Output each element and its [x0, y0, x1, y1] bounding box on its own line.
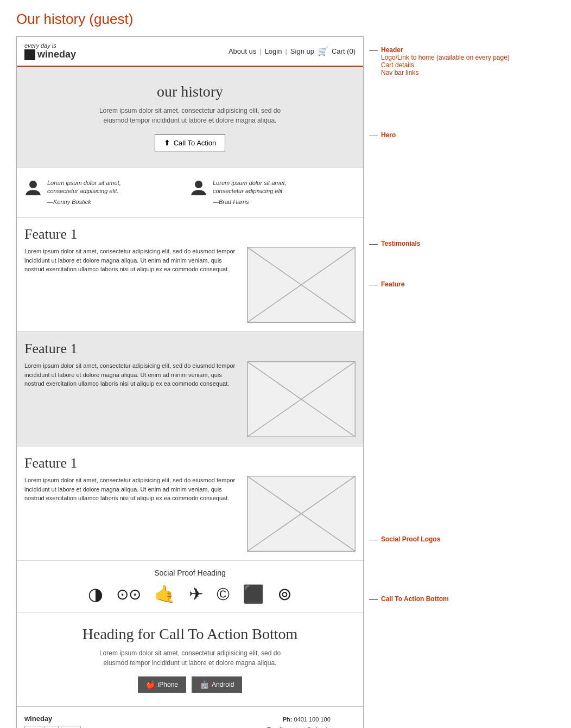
hero-cta-button[interactable]: Call To Action — [155, 134, 226, 151]
apple-icon: 🍎 — [146, 680, 155, 689]
ann-header-line3: Cart details — [381, 61, 510, 69]
nav-cart[interactable]: Cart (0) — [332, 47, 356, 55]
iphone-button[interactable]: 🍎 iPhone — [138, 676, 186, 693]
svg-point-1 — [195, 181, 202, 188]
cta-bottom-annotation: Call To Action Bottom — [369, 595, 449, 603]
hero-section: our history Lorem ipsum dolor sit amet, … — [17, 67, 363, 168]
feature-3-text: Lorem ipsum dolor sit amet, consectetur … — [24, 476, 238, 503]
ann-header-line4: Nav bar links — [381, 69, 510, 76]
main-layout: every day is wineday About us | Login | … — [16, 36, 555, 728]
ann-line — [369, 50, 378, 51]
feature-1-content: Lorem ipsum dolor sit amet, consectetur … — [24, 247, 356, 323]
ann-header-label: Header — [381, 46, 510, 54]
cta-bottom-heading: Heading for Call To Action Bottom — [28, 625, 352, 643]
phone-value: 0401 100 100 — [294, 716, 330, 723]
footer: wineday VISA MC AMEX Ph: 0401 100 100 Em… — [17, 706, 363, 728]
feature-1-heading: Feature 1 — [24, 226, 356, 242]
logo-3: 🤙 — [154, 584, 176, 604]
android-icon: 🤖 — [200, 680, 209, 689]
footer-email: Email: contact@wineday.com — [257, 725, 356, 728]
feature-3-content: Lorem ipsum dolor sit amet, consectetur … — [24, 476, 356, 552]
logo-2: ⊙⊙ — [116, 585, 141, 603]
footer-phone: Ph: 0401 100 100 — [257, 714, 356, 725]
nav-about[interactable]: About us — [229, 47, 256, 55]
mc-icon: MC — [45, 726, 59, 728]
annotations-panel: Header Logo/Link to home (available on e… — [369, 36, 555, 728]
feature-section-1: Feature 1 Lorem ipsum dolor sit amet, co… — [17, 218, 363, 332]
logo-5: © — [217, 584, 230, 604]
logo-icon — [24, 49, 35, 60]
iphone-label: iPhone — [158, 681, 178, 688]
logo-7: ⊚ — [277, 584, 292, 604]
feature-annotation: Feature — [369, 280, 404, 288]
ann-cta-bottom-label: Call To Action Bottom — [381, 595, 449, 603]
testimonial-item-2: Lorem ipsum dolor sit amet,consectetur a… — [190, 179, 356, 206]
logo-tagline: every day is — [24, 42, 76, 49]
header: every day is wineday About us | Login | … — [17, 37, 363, 67]
logos-row: ◑ ⊙⊙ 🤙 ✈ © ⬛ ⊚ — [24, 584, 356, 604]
testimonial-2-text: Lorem ipsum dolor sit amet,consectetur a… — [213, 180, 287, 194]
phone-label: Ph: — [283, 716, 293, 723]
testimonial-item: Lorem ipsum dolor sit amet,consectetur a… — [24, 179, 190, 206]
logo-6: ⬛ — [243, 584, 264, 604]
android-label: Android — [212, 681, 234, 688]
feature-section-2: Feature 1 Lorem ipsum dolor sit amet, co… — [17, 332, 363, 446]
visa-icon: VISA — [24, 726, 42, 728]
ann-testimonials-label: Testimonials — [381, 240, 420, 247]
social-proof-annotation: Social Proof Logos — [369, 535, 440, 543]
payment-icons: VISA MC AMEX — [24, 726, 81, 728]
testimonial-1-content: Lorem ipsum dolor sit amet,consectetur a… — [47, 179, 121, 206]
testimonials-section: Lorem ipsum dolor sit amet,consectetur a… — [17, 168, 363, 218]
hero-title: our history — [28, 83, 352, 100]
feature-1-text: Lorem ipsum dolor sit amet, consectetur … — [24, 247, 238, 274]
logo-4: ✈ — [189, 584, 204, 604]
feature-2-image — [247, 361, 356, 437]
feature-2-heading: Feature 1 — [24, 341, 356, 357]
cart-icon: 🛒 — [318, 46, 328, 56]
amex-icon: AMEX — [61, 726, 81, 728]
hero-annotation: Hero — [369, 131, 396, 139]
testimonial-1-text: Lorem ipsum dolor sit amet,consectetur a… — [47, 180, 121, 194]
footer-right: Ph: 0401 100 100 Email: contact@wineday.… — [257, 714, 356, 728]
ann-social-proof-label: Social Proof Logos — [381, 535, 440, 543]
ann-header-line2: Logo/Link to home (available on every pa… — [381, 54, 510, 61]
avatar-icon-2 — [190, 179, 207, 196]
nav-signup[interactable]: Sign up — [290, 47, 314, 55]
feature-1-image — [247, 247, 356, 323]
feature-2-text: Lorem ipsum dolor sit amet, consectetur … — [24, 361, 238, 388]
testimonials-annotation: Testimonials — [369, 240, 420, 247]
logo-brand[interactable]: wineday — [24, 49, 76, 60]
social-proof-heading: Social Proof Heading — [24, 569, 356, 577]
header-annotation: Header Logo/Link to home (available on e… — [369, 46, 510, 76]
nav-login[interactable]: Login — [265, 47, 282, 55]
feature-2-content: Lorem ipsum dolor sit amet, consectetur … — [24, 361, 356, 437]
ann-feature-label: Feature — [381, 280, 404, 288]
testimonial-2-content: Lorem ipsum dolor sit amet,consectetur a… — [213, 179, 287, 206]
nav-right: About us | Login | Sign up 🛒 Cart (0) — [229, 46, 356, 56]
testimonial-1-author: —Kenny Bostick — [47, 198, 121, 206]
ann-hero-label: Hero — [381, 131, 396, 139]
testimonial-2-author: —Brad Harris — [213, 198, 287, 206]
feature-section-3: Feature 1 Lorem ipsum dolor sit amet, co… — [17, 446, 363, 561]
feature-3-heading: Feature 1 — [24, 455, 356, 471]
svg-point-0 — [29, 181, 37, 188]
wireframe: every day is wineday About us | Login | … — [16, 36, 364, 728]
brand-name: wineday — [37, 49, 76, 60]
app-buttons: 🍎 iPhone 🤖 Android — [28, 676, 352, 693]
logo-area: every day is wineday — [24, 42, 76, 60]
cta-bottom-section: Heading for Call To Action Bottom Lorem … — [17, 612, 363, 706]
social-proof-section: Social Proof Heading ◑ ⊙⊙ 🤙 ✈ © ⬛ ⊚ — [17, 561, 363, 612]
page-title: Our history (guest) — [16, 11, 555, 28]
footer-brand: wineday — [24, 714, 81, 723]
hero-cta-label: Call To Action — [174, 139, 217, 147]
feature-3-image — [247, 476, 356, 552]
logo-1: ◑ — [88, 584, 103, 604]
avatar-icon-1 — [24, 179, 42, 196]
upload-icon — [164, 138, 170, 147]
cta-bottom-subtitle: Lorem ipsum dolor sit amet, consectetur … — [87, 648, 293, 668]
android-button[interactable]: 🤖 Android — [192, 676, 242, 693]
hero-subtitle: Lorem ipsum dolor sit amet, consectetur … — [98, 106, 282, 125]
footer-left: wineday VISA MC AMEX — [24, 714, 81, 728]
